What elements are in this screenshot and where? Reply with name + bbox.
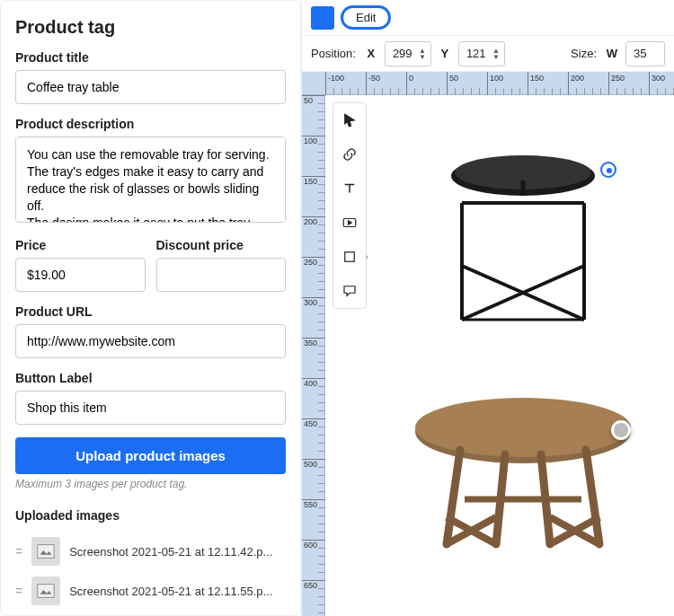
size-w-value: 35 xyxy=(634,47,646,60)
button-label-input[interactable] xyxy=(15,391,286,425)
product-description-group: Product description xyxy=(15,117,286,225)
product-url-label: Product URL xyxy=(15,304,286,319)
thumbnail xyxy=(31,576,60,605)
ruler-tick: 0 xyxy=(406,72,413,95)
button-label-group: Button Label xyxy=(15,371,286,425)
canvas-area: -100-50050100150200250300350 50100150200… xyxy=(302,72,674,616)
button-label-label: Button Label xyxy=(15,371,286,385)
property-bar: Position: X 299 ▲▼ Y 121 ▲▼ Size: W 35 xyxy=(302,36,674,72)
discount-price-label: Discount price xyxy=(156,238,287,252)
text-icon[interactable] xyxy=(338,177,361,200)
panel-title: Product tag xyxy=(15,17,286,38)
w-label: W xyxy=(606,47,618,60)
uploaded-image-row[interactable]: = Screenshot 2021-05-21 at 12.11.42.p... xyxy=(15,532,286,571)
svg-rect-3 xyxy=(345,252,355,262)
comment-icon[interactable] xyxy=(338,279,361,303)
product-description-input[interactable] xyxy=(15,136,286,223)
upload-product-images-button[interactable]: Upload product images xyxy=(15,437,286,474)
size-w-input[interactable]: 35 xyxy=(625,41,665,66)
position-x-value: 299 xyxy=(393,47,412,60)
color-swatch[interactable] xyxy=(311,6,334,30)
pointer-icon[interactable] xyxy=(338,109,361,132)
position-label: Position: xyxy=(311,47,356,60)
product-title-label: Product title xyxy=(15,50,286,65)
rectangle-icon[interactable]: › xyxy=(338,245,361,268)
vertical-ruler[interactable]: 50100150200250300350400450500550600650 xyxy=(302,95,325,616)
horizontal-ruler[interactable]: -100-50050100150200250300350 xyxy=(302,72,674,95)
canvas-stage[interactable]: › xyxy=(325,95,674,616)
ruler-tick: -50 xyxy=(366,72,380,95)
product-title-input[interactable] xyxy=(15,70,286,104)
thumbnail xyxy=(31,537,60,566)
drag-handle-icon[interactable]: = xyxy=(15,544,22,559)
video-icon[interactable] xyxy=(338,211,361,234)
upload-hint: Maximum 3 images per product tag. xyxy=(15,478,286,490)
price-input[interactable] xyxy=(15,258,146,292)
discount-price-group: Discount price xyxy=(156,238,287,292)
spinner-icon[interactable]: ▲▼ xyxy=(492,48,501,60)
uploaded-images-heading: Uploaded images xyxy=(15,508,286,523)
product-url-input[interactable] xyxy=(15,324,286,358)
toolbox: › xyxy=(333,102,367,309)
uploaded-filename: Screenshot 2021-05-21 at 12.11.42.p... xyxy=(69,545,286,559)
drag-handle-icon[interactable]: = xyxy=(15,584,22,598)
product-description-label: Product description xyxy=(15,117,286,131)
topbar: Edit xyxy=(302,0,674,36)
svg-rect-0 xyxy=(38,545,54,559)
uploaded-filename: Screenshot 2021-05-21 at 12.11.55.p... xyxy=(69,585,286,598)
link-icon[interactable] xyxy=(338,143,361,166)
position-x-input[interactable]: 299 ▲▼ xyxy=(385,41,431,66)
y-label: Y xyxy=(439,47,451,60)
editor-panel: Edit Position: X 299 ▲▼ Y 121 ▲▼ Size: W… xyxy=(301,0,674,616)
price-label: Price xyxy=(15,238,146,252)
selection-handle[interactable] xyxy=(600,162,616,178)
size-label: Size: xyxy=(571,47,597,60)
product-tag-panel: Product tag Product title Product descri… xyxy=(0,0,301,616)
chevron-right-icon: › xyxy=(366,252,368,261)
x-label: X xyxy=(365,47,377,60)
position-y-input[interactable]: 121 ▲▼ xyxy=(458,41,505,66)
product-url-group: Product URL xyxy=(15,304,286,358)
price-group: Price xyxy=(15,238,146,292)
uploaded-image-row[interactable]: = Screenshot 2021-05-21 at 12.11.55.p... xyxy=(15,571,286,611)
ruler-tick: 50 xyxy=(447,72,458,95)
edit-button[interactable]: Edit xyxy=(341,6,390,29)
canvas-image-round-table[interactable] xyxy=(406,383,640,562)
canvas-image-tray-table[interactable] xyxy=(433,140,613,338)
product-tag-marker[interactable] xyxy=(611,420,631,440)
spinner-icon[interactable]: ▲▼ xyxy=(418,48,427,60)
svg-point-7 xyxy=(415,398,631,457)
svg-rect-1 xyxy=(38,585,54,598)
product-title-group: Product title xyxy=(15,50,286,104)
discount-price-input[interactable] xyxy=(156,258,287,292)
position-y-value: 121 xyxy=(466,47,486,60)
